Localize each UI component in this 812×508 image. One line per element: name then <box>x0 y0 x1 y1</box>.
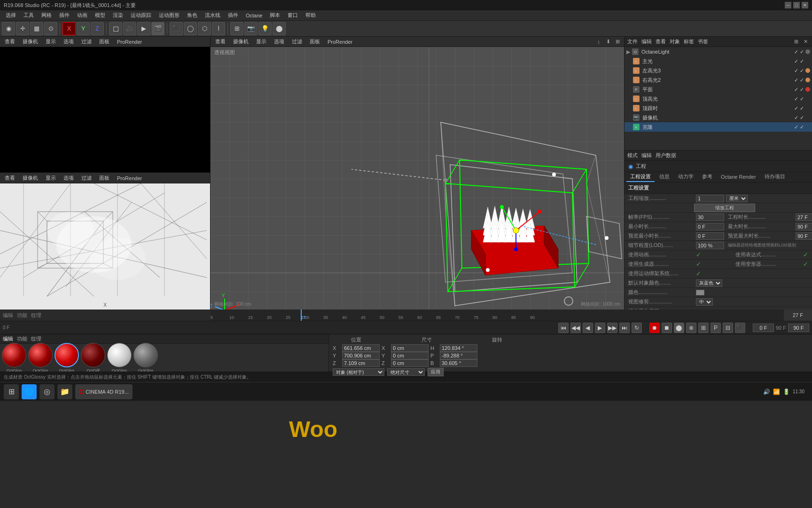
chk2[interactable]: ✓ <box>800 58 804 64</box>
vp-options[interactable]: 选项 <box>62 38 76 46</box>
select-rect[interactable]: ▦ <box>30 22 43 35</box>
goto-end-btn[interactable]: ⏭ <box>619 323 630 333</box>
scene-item-camera[interactable]: 📷 摄像机 ✓ ✓ <box>625 113 812 122</box>
scene-item-clone[interactable]: K 克隆 ✓ ✓ <box>625 122 812 132</box>
use-motion-check[interactable]: ✓ <box>696 270 701 277</box>
coord-z-pos[interactable] <box>342 359 380 367</box>
hier-icon1[interactable]: ⊞ <box>792 38 800 46</box>
main-vp-filter[interactable]: 过滤 <box>290 38 304 46</box>
mintime-input[interactable] <box>696 223 724 230</box>
vp-filter2[interactable]: 过滤 <box>79 174 94 182</box>
menu-model[interactable]: 模型 <box>91 11 109 20</box>
view-correction-select[interactable]: 中 <box>696 298 713 306</box>
main-vp-panel[interactable]: 面板 <box>308 38 322 46</box>
grid-btn[interactable]: ⊞ <box>230 22 243 35</box>
maximize-btn[interactable]: □ <box>793 2 800 8</box>
material-item-2[interactable]: OctGlos <box>28 343 53 372</box>
vp-panel[interactable]: 面板 <box>97 38 111 46</box>
vp-view[interactable]: 查看 <box>3 38 17 46</box>
chk9[interactable]: ✓ <box>794 96 798 102</box>
vp-prorender2[interactable]: ProRender <box>115 175 144 182</box>
vp-display2[interactable]: 显示 <box>44 174 58 182</box>
left-top-viewport[interactable] <box>0 47 210 173</box>
tab-ref[interactable]: 参考 <box>698 172 716 182</box>
coord-z-size[interactable] <box>391 359 429 367</box>
stop-btn[interactable]: ⏹ <box>662 323 672 333</box>
coord-h-val[interactable] <box>440 344 477 352</box>
ie-browser[interactable]: ◎ <box>39 384 55 399</box>
chk11[interactable]: ✓ <box>794 105 798 111</box>
left-bottom-viewport[interactable]: X <box>0 183 210 310</box>
coord-b-val[interactable] <box>440 359 477 367</box>
main-vp-prorender[interactable]: ProRender <box>326 39 354 45</box>
tab-info[interactable]: 信息 <box>656 172 673 182</box>
mat-ball-3[interactable] <box>55 343 79 367</box>
chk6[interactable]: ✓ <box>800 77 804 83</box>
fps-input[interactable] <box>696 214 724 221</box>
vp-options2[interactable]: 选项 <box>62 174 76 182</box>
coord-apply-btn[interactable]: 应用 <box>428 368 444 376</box>
chk5[interactable]: ✓ <box>794 77 798 83</box>
coord-p-val[interactable] <box>440 352 477 359</box>
select-live[interactable]: ⊙ <box>44 22 57 35</box>
menu-select[interactable]: 选择 <box>2 11 20 20</box>
project-length-input[interactable] <box>796 214 812 221</box>
model-btn[interactable]: ◻ <box>109 22 122 35</box>
hier-bookmarks[interactable]: 书签 <box>698 38 708 45</box>
menu-script[interactable]: 脚本 <box>266 11 284 20</box>
chk14[interactable]: ✓ <box>800 115 804 121</box>
main-vp-camera[interactable]: 摄像机 <box>231 38 250 46</box>
use-deformer-check[interactable]: ✓ <box>803 261 808 268</box>
chk12[interactable]: ✓ <box>800 105 804 111</box>
material-item-6[interactable]: OctGlos <box>133 343 158 372</box>
scene-item-top-highlight[interactable]: L 顶高光 ✓ ✓ <box>625 94 812 103</box>
tab-project-settings[interactable]: 工程设置 <box>626 172 655 182</box>
goto-start-btn[interactable]: ⏮ <box>558 323 569 333</box>
scene-item-octanelight[interactable]: ▶ O OctaneLight ✓ ✓ <box>625 47 812 56</box>
play-forward-btn[interactable]: ▶ <box>595 323 605 333</box>
previewmin-input[interactable] <box>696 232 724 240</box>
motion-btn[interactable]: ⊕ <box>686 323 696 333</box>
scene-item-right-highlight2[interactable]: L 右高光2 ✓ ✓ <box>625 75 812 85</box>
menu-plugin[interactable]: 插件 <box>55 11 73 20</box>
tab-todo[interactable]: 待办项目 <box>761 172 789 182</box>
main-vp-display[interactable]: 显示 <box>254 38 268 46</box>
vp-filter[interactable]: 过滤 <box>79 38 94 46</box>
props-edit-tab[interactable]: 编辑 <box>641 152 652 159</box>
deform-btn[interactable]: ⌇ <box>212 22 225 35</box>
mat-ball-4[interactable] <box>81 343 105 367</box>
chk4[interactable]: ✓ <box>800 68 804 74</box>
material-item-5[interactable]: OctGlos <box>107 343 132 372</box>
tab-dynamics[interactable]: 动力学 <box>674 172 697 182</box>
menu-render[interactable]: 渲染 <box>109 11 127 20</box>
engine-scale-unit[interactable]: 厘米 <box>726 195 748 202</box>
vp-camera[interactable]: 摄像机 <box>21 38 40 46</box>
menu-window[interactable]: 窗口 <box>284 11 302 20</box>
vp-camera2[interactable]: 摄像机 <box>21 174 40 182</box>
coord-units-select[interactable]: 绝对尺寸 <box>387 368 425 376</box>
nurbs-btn[interactable]: ⬡ <box>198 22 211 35</box>
hier-file[interactable]: 文件 <box>627 38 638 45</box>
tab-octane-render[interactable]: Octane Render <box>717 173 760 182</box>
3d-scene[interactable]: X Y Z 网格间距: 100 cm 网格间距: 1000 cm <box>211 47 624 310</box>
vp-view2[interactable]: 查看 <box>3 174 17 182</box>
menu-animate[interactable]: 动画 <box>73 11 91 20</box>
use-animation-check[interactable]: ✓ <box>696 251 701 258</box>
auto-key[interactable]: ⊞ <box>698 323 709 333</box>
use-generator-check[interactable]: ✓ <box>696 261 701 268</box>
scene-item-left-highlight3[interactable]: L 左高光3 ✓ ✓ <box>625 66 812 75</box>
chk1[interactable]: ✓ <box>794 58 798 64</box>
render-view[interactable]: 🎬 <box>151 22 164 35</box>
mat-tab-function[interactable]: 功能 <box>17 335 27 342</box>
chk10[interactable]: ✓ <box>800 96 804 102</box>
cube-btn[interactable]: ⬛ <box>170 22 183 35</box>
hier-icon2[interactable]: ✕ <box>802 38 809 46</box>
scene-item-main-light[interactable]: L 主光 ✓ ✓ <box>625 56 812 66</box>
scene-item-top-follow[interactable]: L 顶跟时 ✓ ✓ <box>625 103 812 113</box>
hier-object[interactable]: 对象 <box>670 38 680 45</box>
use-expression-check[interactable]: ✓ <box>803 251 808 258</box>
material-item-3[interactable]: OctGlos <box>55 343 79 372</box>
vp-prorender[interactable]: ProRender <box>115 39 144 45</box>
menu-mograph[interactable]: 运动图形 <box>155 11 183 20</box>
camera-btn[interactable]: 🎥 <box>123 22 136 35</box>
